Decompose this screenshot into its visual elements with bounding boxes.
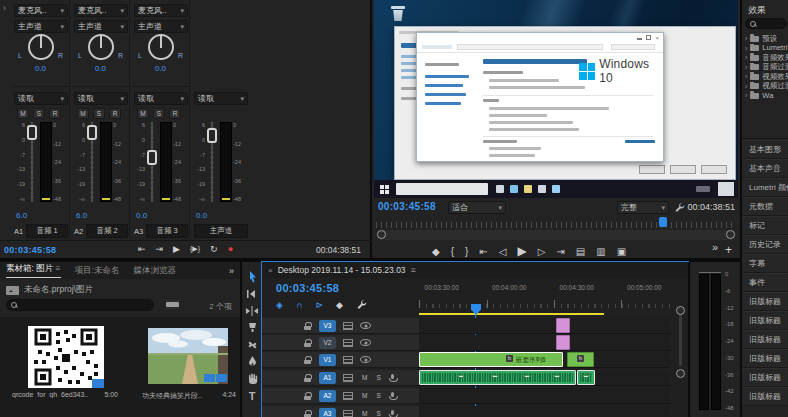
sync-lock-icon[interactable] (343, 339, 353, 347)
track-output-eye-icon[interactable] (360, 322, 371, 329)
track-lock-icon[interactable] (304, 392, 311, 400)
track-name[interactable]: 音频 2 (86, 224, 128, 238)
track-output-eye-icon[interactable] (360, 339, 371, 346)
record-arm-button[interactable]: R (169, 108, 181, 119)
automation-select[interactable]: 读取▾ (194, 92, 248, 105)
tab-bin-pictures[interactable]: 素材箱: 图片 ≡ (6, 263, 61, 278)
ripple-edit-tool[interactable] (242, 302, 262, 319)
scrollbar-handle[interactable] (676, 306, 685, 315)
track-select-forward-tool[interactable] (242, 285, 262, 302)
dock-tab[interactable]: 事件 (742, 273, 788, 292)
snap-toggle-icon[interactable]: ∩ (296, 300, 303, 310)
mixer-timecode[interactable]: 00:03:45:58 (4, 245, 56, 255)
track-lock-icon[interactable] (304, 374, 311, 382)
timeline-timecode[interactable]: 00:03:45:58 (276, 282, 339, 294)
track-lock-icon[interactable] (304, 339, 311, 347)
record-arm-button[interactable]: R (109, 108, 121, 119)
output-select[interactable]: 主声道▾ (74, 20, 128, 33)
fader-thumb[interactable] (147, 150, 157, 165)
effects-bin-row[interactable]: ›音频过渡 (742, 63, 788, 73)
fader-thumb[interactable] (27, 125, 37, 140)
track-name[interactable]: 音频 1 (26, 224, 68, 238)
input-select[interactable]: 麦克风..▾ (14, 4, 68, 17)
navigate-up-icon[interactable] (6, 286, 19, 295)
video-tracks-scrollbar[interactable] (679, 310, 682, 366)
dock-tab[interactable]: 旧版标题 (742, 387, 788, 406)
pan-knob[interactable] (148, 34, 174, 60)
panel-menu-icon[interactable]: ≡ (56, 263, 61, 273)
voiceover-mic-icon[interactable] (390, 410, 395, 417)
sync-lock-icon[interactable] (343, 356, 353, 364)
sync-lock-icon[interactable] (343, 322, 353, 330)
item-name[interactable]: qrcode_for_gh_6ed343.. (12, 391, 88, 398)
track-solo-button[interactable]: S (376, 374, 380, 381)
dock-tab[interactable]: 基本声音 (742, 159, 788, 178)
add-marker-button[interactable]: ◆ (432, 246, 440, 257)
play-button[interactable]: ▶ (517, 244, 526, 258)
program-time-ruler[interactable] (376, 217, 736, 228)
effects-bin-row[interactable]: ›视频效果 (742, 72, 788, 82)
play-in-to-out-button[interactable]: {▶} (190, 245, 200, 253)
linked-selection-icon[interactable]: ⊳ (315, 300, 323, 310)
track-output-eye-icon[interactable] (360, 356, 371, 363)
clip-a1-audio[interactable] (419, 370, 576, 385)
mute-button[interactable]: M (77, 108, 89, 119)
clip-v1-nested-sequence[interactable]: fx 嵌套序列6 (419, 352, 563, 367)
track-target-a1[interactable]: A1 (319, 372, 336, 384)
effects-bin-row[interactable]: ›音频效果 (742, 53, 788, 63)
lift-button[interactable]: ▤ (576, 246, 585, 257)
hand-tool[interactable] (242, 370, 262, 387)
clip-v3-pink[interactable] (556, 318, 570, 333)
mute-button[interactable]: M (137, 108, 149, 119)
track-mute-button[interactable]: M (362, 374, 367, 381)
mark-out-button[interactable]: } (465, 246, 468, 257)
dock-tab[interactable]: 标记 (742, 216, 788, 235)
voiceover-mic-icon[interactable] (390, 374, 395, 382)
program-timecode[interactable]: 00:03:45:58 (378, 201, 436, 212)
go-to-in-button[interactable]: ⇤ (138, 244, 146, 254)
automation-select[interactable]: 读取▾ (74, 92, 128, 105)
record-arm-button[interactable]: R (49, 108, 61, 119)
dock-tab[interactable]: 字幕 (742, 254, 788, 273)
effects-search-input[interactable] (745, 18, 787, 29)
scrollbar-right-handle[interactable] (726, 230, 735, 239)
tab-media-browser[interactable]: 媒体浏览器 (133, 265, 176, 277)
volume-fader[interactable] (206, 122, 218, 202)
play-button[interactable]: ▶ (173, 244, 180, 254)
track-target-v2[interactable]: V2 (319, 337, 336, 349)
extract-button[interactable]: ▥ (596, 246, 605, 257)
track-target-a2[interactable]: A2 (319, 390, 336, 402)
automation-select[interactable]: 读取▾ (134, 92, 188, 105)
pan-knob[interactable] (28, 34, 54, 60)
dock-tab[interactable]: 旧版标题 (742, 330, 788, 349)
volume-fader[interactable] (86, 122, 98, 202)
volume-fader[interactable] (146, 122, 158, 202)
sequence-tab[interactable]: Desktop 2019.11.14 - 15.05.23.03 (278, 265, 406, 275)
filmstrip-icon[interactable] (166, 300, 179, 309)
sync-lock-icon[interactable] (343, 374, 353, 382)
zoom-level-select[interactable]: 适合▾ (448, 201, 506, 214)
step-back-button[interactable]: ◁ (499, 246, 507, 257)
input-select[interactable]: 麦克风..▾ (134, 4, 188, 17)
clip-a1-audio-short[interactable] (577, 370, 595, 385)
item-name[interactable]: 功夫经典搞笑片段.. (142, 391, 202, 401)
output-select[interactable]: 主声道▾ (14, 20, 68, 33)
track-lock-icon[interactable] (304, 322, 311, 330)
program-zoom-scrollbar[interactable] (376, 230, 736, 240)
clip-v2-pink[interactable] (556, 335, 570, 350)
effects-bin-row[interactable]: ›视频过渡 (742, 82, 788, 92)
settings-wrench-icon[interactable] (674, 202, 685, 213)
track-target-a3[interactable]: A3 (319, 408, 336, 417)
mute-button[interactable]: M (17, 108, 29, 119)
panel-expand-chevron[interactable]: › (3, 3, 6, 13)
track-mute-button[interactable]: M (362, 410, 367, 417)
input-select[interactable]: 麦克风..▾ (74, 4, 128, 17)
automation-select[interactable]: 读取▾ (14, 92, 68, 105)
tab-overflow-chevron[interactable]: » (229, 266, 234, 276)
dock-tab[interactable]: 历史记录 (742, 235, 788, 254)
playback-resolution-select[interactable]: 完整▾ (617, 201, 669, 214)
close-icon[interactable]: × (268, 266, 273, 275)
tab-project[interactable]: 项目:未命名 (75, 265, 120, 277)
clip-v1-short[interactable]: fx (567, 352, 594, 367)
effects-bin-row[interactable]: ›Wa (742, 91, 788, 101)
